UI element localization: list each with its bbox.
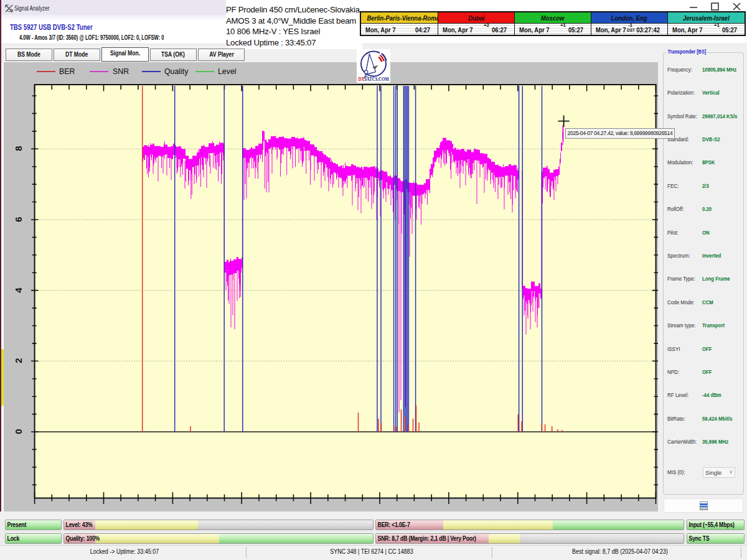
svg-text:DXSATCS.COM: DXSATCS.COM bbox=[359, 77, 389, 82]
